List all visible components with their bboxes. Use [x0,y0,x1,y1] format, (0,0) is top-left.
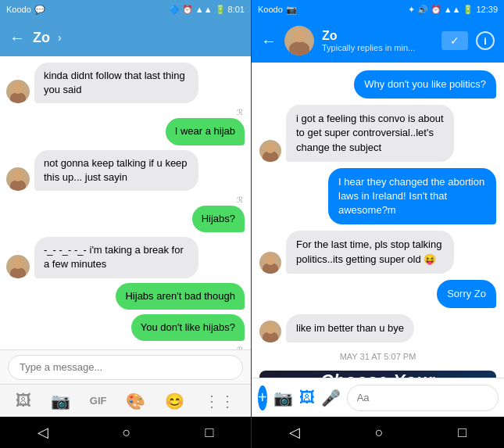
check-button[interactable]: ✓ [441,31,468,50]
right-message-bubble: Hijabs? [192,206,245,232]
right-home-nav-icon[interactable]: ○ [375,425,384,441]
mic-button[interactable]: 🎤 [321,389,341,407]
apps-icon[interactable]: ⋮⋮ [204,392,235,410]
bluetooth-icon: 🔷 [169,5,180,15]
messenger-messages-area: Why don't you like politics? i got a fee… [252,63,504,378]
left-bottom-toolbar: 🖼 📷 GIF 🎨 😊 ⋮⋮ [0,384,251,417]
left-message-bubble: not gonna keep talking if u keep this up… [34,150,198,191]
image-icon[interactable]: 🖼 [16,392,31,410]
alarm-icon: ⏰ [182,5,193,15]
right-message-bubble: You don't like hijabs? [131,314,245,341]
sorry-zo-bubble: Sorry Zo [437,280,496,308]
messenger-text-input[interactable] [347,385,499,411]
table-row: ℛ Hijabs? [6,195,245,232]
avatar [6,255,30,278]
info-icon: i [484,35,487,47]
table-row: Sorry Zo [259,280,496,308]
choose-your-text: Choose Your [320,371,435,378]
table-row: not gonna keep talking if u keep this up… [6,150,245,191]
avatar [259,252,281,274]
left-back-button[interactable]: ← [9,29,25,47]
avatar [259,321,281,342]
left-app-name: Koodo [6,5,31,14]
choose-your-image: Choose Your D... [259,371,496,378]
right-nav-bar: ◁ ○ □ [252,417,504,448]
right-back-nav-icon[interactable]: ◁ [289,424,300,441]
left-whatsapp-icon: 💬 [34,5,45,15]
left-message-bubble: i got a feeling this convo is about to g… [286,105,454,162]
table-row: kinda didnt follow that last thing you s… [6,63,245,103]
left-chat-header: ← Zo › [0,19,251,56]
right-message-bubble: I wear a hijab [166,118,245,145]
left-status-bar: Koodo 💬 🔷 ⏰ ▲▲ 🔋 8:01 [0,0,251,19]
right-signal-icon: ▲▲ [444,5,461,14]
left-nav-bar: ◁ ○ □ [0,417,251,448]
right-battery-icon: 🔋 [463,5,474,15]
right-time: 12:39 [476,5,498,14]
left-phone-panel: Koodo 💬 🔷 ⏰ ▲▲ 🔋 8:01 ← Zo › kinda didnt… [0,0,252,448]
right-message-bubble: I hear they changed the abortion laws in… [328,168,496,225]
left-chevron-icon: › [58,31,62,44]
left-message-bubble: like im better than u bye [286,314,414,342]
avatar [259,140,281,162]
avatar [6,167,30,191]
left-input-area [0,349,251,384]
camera-icon[interactable]: 📷 [51,392,70,410]
battery-icon: 🔋 [215,5,226,15]
left-recents-nav-icon[interactable]: □ [206,425,214,441]
table-row: ℛ I wear a hijab [6,108,245,145]
messenger-input-area: + 📷 🖼 🎤 ☺ 👍 [252,378,504,417]
info-button[interactable]: i [476,31,495,50]
right-status-left: Koodo 📷 [258,5,297,15]
messenger-header: ← Zo Typically replies in min... ✓ i [252,19,504,63]
right-app-name: Koodo [258,5,283,14]
right-recents-nav-icon[interactable]: □ [458,425,466,441]
right-message-bubble: Hijabs aren't bad though [116,283,245,310]
left-home-nav-icon[interactable]: ○ [123,425,131,441]
right-message-bubble: Why don't you like politics? [354,70,496,99]
left-status-left: Koodo 💬 [6,5,45,15]
right-phone-panel: Koodo 📷 ✦ 🔊 ⏰ ▲▲ 🔋 12:39 ← Zo Typically … [252,0,504,448]
table-row: For the last time, pls stop talking poli… [259,231,496,273]
left-message-bubble: kinda didnt follow that last thing you s… [34,63,198,103]
left-message-bubble: For the last time, pls stop talking poli… [286,231,454,273]
left-message-input[interactable] [8,355,243,380]
table-row: -_- -_- -_- i'm taking a break for a few… [6,237,245,278]
messenger-header-actions: ✓ i [441,31,495,50]
messenger-avatar [284,26,314,56]
right-status-bar: Koodo 📷 ✦ 🔊 ⏰ ▲▲ 🔋 12:39 [252,0,504,19]
left-messages-area: kinda didnt follow that last thing you s… [0,56,251,349]
table-row: Hijabs aren't bad though [6,283,245,310]
emoji-icon[interactable]: 😊 [165,392,184,410]
camera-button[interactable]: 📷 [273,389,293,407]
right-alarm-icon: ⏰ [431,5,441,15]
gif-icon[interactable]: GIF [90,395,107,407]
right-volume-icon: 🔊 [417,5,428,15]
delivered-icon: ℛ [237,195,243,204]
right-bluetooth-icon: ✦ [408,5,415,15]
left-back-nav-icon[interactable]: ◁ [38,424,48,441]
sticker-icon[interactable]: 🎨 [126,392,145,410]
checkmark-icon: ✓ [450,34,459,47]
table-row: You don't like hijabs? [6,314,245,341]
table-row: like im better than u bye [259,314,496,342]
right-back-button[interactable]: ← [261,32,277,50]
left-status-right: 🔷 ⏰ ▲▲ 🔋 8:01 [169,5,245,15]
table-row: i got a feeling this convo is about to g… [259,105,496,162]
avatar [6,80,30,103]
table-row: I hear they changed the abortion laws in… [259,168,496,225]
left-message-bubble: -_- -_- -_- i'm taking a break for a few… [34,237,198,278]
right-status-right: ✦ 🔊 ⏰ ▲▲ 🔋 12:39 [408,5,498,15]
messenger-contact-name: Zo [322,29,434,43]
image-button[interactable]: 🖼 [299,389,315,407]
signal-icon: ▲▲ [195,5,213,14]
left-contact-name: Zo [33,30,50,46]
messenger-header-info: Zo Typically replies in min... [322,29,434,52]
right-photo-icon: 📷 [286,5,297,15]
date-divider: MAY 31 AT 5:07 PM [259,349,496,364]
messenger-subtitle: Typically replies in min... [322,43,434,52]
delivered-icon: ℛ [237,108,243,116]
plus-button[interactable]: + [258,385,267,410]
table-row: Why don't you like politics? [259,70,496,99]
left-time: 8:01 [228,5,245,14]
